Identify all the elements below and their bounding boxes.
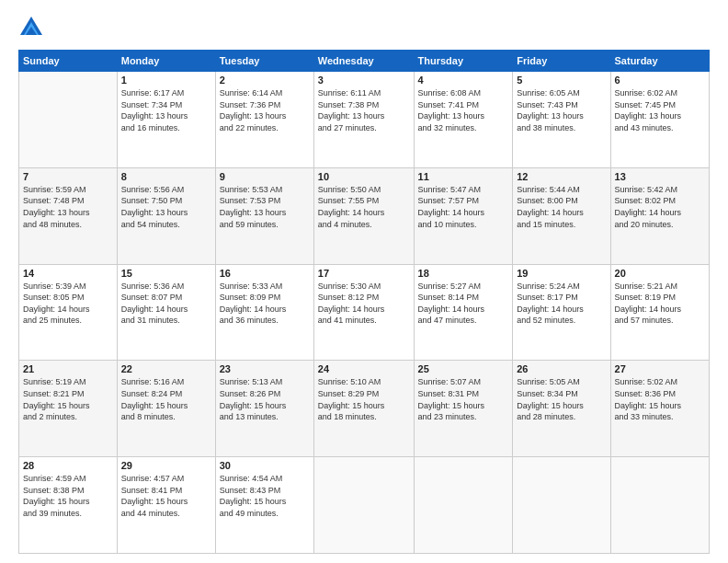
day-info: Sunrise: 5:59 AM Sunset: 7:48 PM Dayligh… xyxy=(23,184,113,230)
day-info: Sunrise: 4:59 AM Sunset: 8:38 PM Dayligh… xyxy=(23,473,113,519)
logo xyxy=(18,15,48,40)
day-info: Sunrise: 6:11 AM Sunset: 7:38 PM Dayligh… xyxy=(318,87,410,133)
day-cell xyxy=(313,457,414,554)
day-cell: 24Sunrise: 5:10 AM Sunset: 8:29 PM Dayli… xyxy=(313,361,414,457)
day-info: Sunrise: 5:05 AM Sunset: 8:34 PM Dayligh… xyxy=(517,376,606,422)
day-cell: 8Sunrise: 5:56 AM Sunset: 7:50 PM Daylig… xyxy=(117,167,215,264)
day-number: 10 xyxy=(318,171,410,182)
day-info: Sunrise: 5:27 AM Sunset: 8:14 PM Dayligh… xyxy=(418,281,509,327)
day-number: 22 xyxy=(121,363,211,374)
day-cell: 20Sunrise: 5:21 AM Sunset: 8:19 PM Dayli… xyxy=(610,264,709,361)
day-info: Sunrise: 5:07 AM Sunset: 8:31 PM Dayligh… xyxy=(418,376,509,422)
day-cell: 5Sunrise: 6:05 AM Sunset: 7:43 PM Daylig… xyxy=(513,72,610,168)
day-cell xyxy=(513,457,610,554)
day-cell: 14Sunrise: 5:39 AM Sunset: 8:05 PM Dayli… xyxy=(19,264,118,361)
header-cell-friday: Friday xyxy=(513,51,610,72)
day-cell xyxy=(610,457,709,554)
day-cell: 13Sunrise: 5:42 AM Sunset: 8:02 PM Dayli… xyxy=(610,167,709,264)
day-info: Sunrise: 6:05 AM Sunset: 7:43 PM Dayligh… xyxy=(517,87,606,133)
day-number: 2 xyxy=(220,75,310,86)
day-cell: 16Sunrise: 5:33 AM Sunset: 8:09 PM Dayli… xyxy=(215,264,313,361)
day-cell xyxy=(414,457,513,554)
day-cell: 10Sunrise: 5:50 AM Sunset: 7:55 PM Dayli… xyxy=(313,167,414,264)
day-number: 15 xyxy=(121,268,211,279)
day-cell: 29Sunrise: 4:57 AM Sunset: 8:41 PM Dayli… xyxy=(117,457,215,554)
day-info: Sunrise: 5:13 AM Sunset: 8:26 PM Dayligh… xyxy=(220,376,310,422)
day-number: 19 xyxy=(517,268,606,279)
day-cell: 22Sunrise: 5:16 AM Sunset: 8:24 PM Dayli… xyxy=(117,361,215,457)
day-number: 16 xyxy=(220,268,310,279)
day-number: 1 xyxy=(121,75,211,86)
day-info: Sunrise: 5:30 AM Sunset: 8:12 PM Dayligh… xyxy=(318,281,410,327)
day-cell xyxy=(19,72,118,168)
day-info: Sunrise: 4:54 AM Sunset: 8:43 PM Dayligh… xyxy=(220,473,310,519)
header-cell-sunday: Sunday xyxy=(19,51,118,72)
day-number: 14 xyxy=(23,268,113,279)
day-cell: 3Sunrise: 6:11 AM Sunset: 7:38 PM Daylig… xyxy=(313,72,414,168)
day-cell: 17Sunrise: 5:30 AM Sunset: 8:12 PM Dayli… xyxy=(313,264,414,361)
day-number: 24 xyxy=(318,363,410,374)
day-cell: 26Sunrise: 5:05 AM Sunset: 8:34 PM Dayli… xyxy=(513,361,610,457)
day-number: 21 xyxy=(23,363,113,374)
day-info: Sunrise: 5:24 AM Sunset: 8:17 PM Dayligh… xyxy=(517,281,606,327)
day-number: 23 xyxy=(220,363,310,374)
day-info: Sunrise: 6:14 AM Sunset: 7:36 PM Dayligh… xyxy=(220,87,310,133)
day-cell: 21Sunrise: 5:19 AM Sunset: 8:21 PM Dayli… xyxy=(19,361,118,457)
day-cell: 2Sunrise: 6:14 AM Sunset: 7:36 PM Daylig… xyxy=(215,72,313,168)
day-number: 7 xyxy=(23,171,113,182)
day-info: Sunrise: 5:02 AM Sunset: 8:36 PM Dayligh… xyxy=(615,376,705,422)
day-cell: 15Sunrise: 5:36 AM Sunset: 8:07 PM Dayli… xyxy=(117,264,215,361)
day-number: 6 xyxy=(615,75,705,86)
day-number: 3 xyxy=(318,75,410,86)
day-number: 29 xyxy=(121,460,211,471)
day-info: Sunrise: 5:42 AM Sunset: 8:02 PM Dayligh… xyxy=(615,184,705,230)
day-info: Sunrise: 5:21 AM Sunset: 8:19 PM Dayligh… xyxy=(615,281,705,327)
logo-icon xyxy=(18,15,44,40)
day-number: 8 xyxy=(121,171,211,182)
day-info: Sunrise: 5:33 AM Sunset: 8:09 PM Dayligh… xyxy=(220,281,310,327)
day-cell: 25Sunrise: 5:07 AM Sunset: 8:31 PM Dayli… xyxy=(414,361,513,457)
day-info: Sunrise: 5:44 AM Sunset: 8:00 PM Dayligh… xyxy=(517,184,606,230)
header-cell-monday: Monday xyxy=(117,51,215,72)
day-cell: 28Sunrise: 4:59 AM Sunset: 8:38 PM Dayli… xyxy=(19,457,118,554)
day-number: 27 xyxy=(615,363,705,374)
header xyxy=(18,15,710,40)
day-info: Sunrise: 5:10 AM Sunset: 8:29 PM Dayligh… xyxy=(318,376,410,422)
day-cell: 1Sunrise: 6:17 AM Sunset: 7:34 PM Daylig… xyxy=(117,72,215,168)
day-cell: 6Sunrise: 6:02 AM Sunset: 7:45 PM Daylig… xyxy=(610,72,709,168)
day-number: 20 xyxy=(615,268,705,279)
day-cell: 30Sunrise: 4:54 AM Sunset: 8:43 PM Dayli… xyxy=(215,457,313,554)
day-number: 5 xyxy=(517,75,606,86)
header-cell-wednesday: Wednesday xyxy=(313,51,414,72)
header-cell-thursday: Thursday xyxy=(414,51,513,72)
day-number: 17 xyxy=(318,268,410,279)
day-cell: 27Sunrise: 5:02 AM Sunset: 8:36 PM Dayli… xyxy=(610,361,709,457)
header-cell-saturday: Saturday xyxy=(610,51,709,72)
week-row-4: 28Sunrise: 4:59 AM Sunset: 8:38 PM Dayli… xyxy=(19,457,710,554)
week-row-3: 21Sunrise: 5:19 AM Sunset: 8:21 PM Dayli… xyxy=(19,361,710,457)
page: SundayMondayTuesdayWednesdayThursdayFrid… xyxy=(0,0,728,563)
day-number: 4 xyxy=(418,75,509,86)
day-number: 28 xyxy=(23,460,113,471)
day-cell: 7Sunrise: 5:59 AM Sunset: 7:48 PM Daylig… xyxy=(19,167,118,264)
week-row-2: 14Sunrise: 5:39 AM Sunset: 8:05 PM Dayli… xyxy=(19,264,710,361)
day-cell: 19Sunrise: 5:24 AM Sunset: 8:17 PM Dayli… xyxy=(513,264,610,361)
day-cell: 18Sunrise: 5:27 AM Sunset: 8:14 PM Dayli… xyxy=(414,264,513,361)
day-number: 11 xyxy=(418,171,509,182)
day-number: 25 xyxy=(418,363,509,374)
header-cell-tuesday: Tuesday xyxy=(215,51,313,72)
day-info: Sunrise: 5:53 AM Sunset: 7:53 PM Dayligh… xyxy=(220,184,310,230)
day-info: Sunrise: 6:17 AM Sunset: 7:34 PM Dayligh… xyxy=(121,87,211,133)
day-info: Sunrise: 6:02 AM Sunset: 7:45 PM Dayligh… xyxy=(615,87,705,133)
calendar-table: SundayMondayTuesdayWednesdayThursdayFrid… xyxy=(18,50,710,554)
day-number: 12 xyxy=(517,171,606,182)
day-number: 26 xyxy=(517,363,606,374)
day-number: 9 xyxy=(220,171,310,182)
day-info: Sunrise: 5:19 AM Sunset: 8:21 PM Dayligh… xyxy=(23,376,113,422)
day-info: Sunrise: 5:50 AM Sunset: 7:55 PM Dayligh… xyxy=(318,184,410,230)
day-info: Sunrise: 5:56 AM Sunset: 7:50 PM Dayligh… xyxy=(121,184,211,230)
day-cell: 23Sunrise: 5:13 AM Sunset: 8:26 PM Dayli… xyxy=(215,361,313,457)
day-info: Sunrise: 5:47 AM Sunset: 7:57 PM Dayligh… xyxy=(418,184,509,230)
day-cell: 9Sunrise: 5:53 AM Sunset: 7:53 PM Daylig… xyxy=(215,167,313,264)
week-row-1: 7Sunrise: 5:59 AM Sunset: 7:48 PM Daylig… xyxy=(19,167,710,264)
